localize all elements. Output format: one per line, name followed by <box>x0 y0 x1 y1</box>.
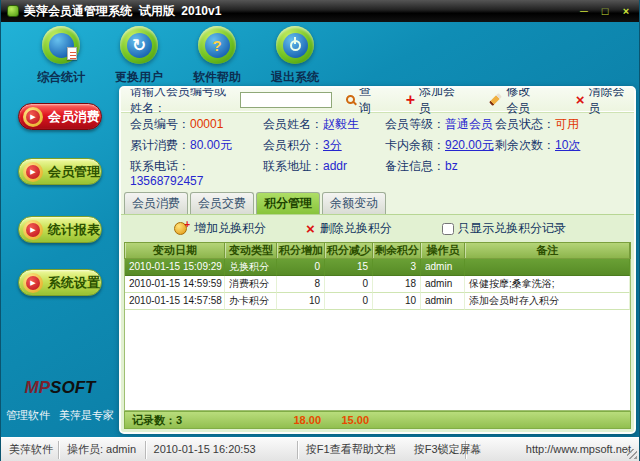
help-icon: ? <box>198 26 236 64</box>
member-balance: 卡内余额：920.00元 <box>385 138 495 153</box>
close-button[interactable]: × <box>619 4 633 18</box>
status-hints: 按F1查看帮助文档 按F3锁定屏幕 <box>298 441 466 459</box>
cross-icon: × <box>306 223 315 235</box>
toolbar-item-switch-user[interactable]: ↻ 更换用户 <box>111 26 167 86</box>
sidebar-label-consume: 会员消费 <box>48 108 100 126</box>
member-status: 会员状态：可用 <box>495 117 634 132</box>
sum-points-added: 18.00 <box>277 412 325 428</box>
col-type[interactable]: 变动类型 <box>225 243 277 258</box>
add-points-button[interactable]: 增加兑换积分 <box>174 220 266 237</box>
tab-consume[interactable]: 会员消费 <box>124 192 188 214</box>
play-badge-icon: ▶ <box>23 273 43 293</box>
mpsoft-logo: MPSOFT <box>1 378 119 398</box>
logo-soft: SOFT <box>50 378 95 397</box>
search-icon <box>346 95 355 104</box>
switch-user-icon: ↻ <box>120 26 158 64</box>
logo-mp: MP <box>25 378 51 397</box>
toolbar-item-help[interactable]: ? 软件帮助 <box>189 26 245 86</box>
status-company: 美萍软件 <box>1 441 59 459</box>
col-points-subtracted[interactable]: 积分减少 <box>325 243 373 258</box>
stats-icon <box>42 26 80 64</box>
member-note: 备注信息：bz <box>385 159 495 189</box>
filter-label: 只显示兑换积分记录 <box>458 220 566 237</box>
play-badge-icon: ▶ <box>23 107 43 127</box>
coins-plus-icon <box>174 222 189 235</box>
table-row[interactable]: 2010-01-15 14:57:58 办卡积分 10 0 10 admin 添… <box>125 293 630 310</box>
tab-points[interactable]: 积分管理 <box>256 192 320 214</box>
app-icon <box>7 5 19 17</box>
col-points-remaining[interactable]: 剩余积分 <box>373 243 421 258</box>
toolbar-item-stats[interactable]: 综合统计 <box>33 26 89 86</box>
sidebar-item-settings[interactable]: ▶ 系统设置 <box>18 269 102 296</box>
col-date[interactable]: 变动日期 <box>125 243 225 258</box>
slogan: 管理软件 美萍是专家 <box>1 408 119 423</box>
toolbar-label-switch-user: 更换用户 <box>115 69 163 86</box>
member-times: 剩余次数：10次 <box>495 138 634 153</box>
sidebar-label-members: 会员管理 <box>48 163 100 181</box>
filter-checkbox[interactable] <box>442 223 454 235</box>
question-icon: ? <box>205 33 230 58</box>
toolbar-label-help: 软件帮助 <box>193 69 241 86</box>
sidebar-label-settings: 系统设置 <box>48 274 100 292</box>
col-operator[interactable]: 操作员 <box>421 243 465 258</box>
member-points: 会员积分：3分 <box>263 138 385 153</box>
toolbar-label-stats: 综合统计 <box>37 69 85 86</box>
points-action-row: 增加兑换积分 × 删除兑换积分 只显示兑换积分记录 <box>121 215 634 242</box>
member-addr: 联系地址：addr <box>263 159 385 189</box>
toolbar: 综合统计 ↻ 更换用户 ? 软件帮助 退出系统 <box>1 26 639 86</box>
points-tab-content: 增加兑换积分 × 删除兑换积分 只显示兑换积分记录 变动日期 变动类型 积分增加… <box>121 214 634 432</box>
exit-icon <box>276 26 314 64</box>
member-info: 会员编号：00001 会员姓名：赵毅生 会员等级：普通会员 会员状态：可用 累计… <box>121 112 634 192</box>
delete-points-button[interactable]: × 删除兑换积分 <box>306 220 392 237</box>
cross-icon: × <box>576 94 585 106</box>
sidebar-item-reports[interactable]: ▶ 统计报表 <box>18 216 102 243</box>
minimize-button[interactable]: ─ <box>577 4 591 18</box>
refresh-icon: ↻ <box>127 33 152 58</box>
status-bar: 美萍软件 操作员: admin 2010-01-15 16:20:53 按F1查… <box>1 437 639 461</box>
play-badge-icon: ▶ <box>23 220 43 240</box>
pencil-icon <box>489 93 502 106</box>
title-bar: 美萍会员通管理系统 试用版 2010v1 ─ □ × <box>1 0 639 22</box>
sidebar-item-consume[interactable]: ▶ 会员消费 <box>18 103 102 130</box>
power-icon <box>283 33 308 58</box>
maximize-button[interactable]: □ <box>598 4 612 18</box>
tab-balance[interactable]: 余额变动 <box>322 192 386 214</box>
app-window: 美萍会员通管理系统 试用版 2010v1 ─ □ × 综合统计 ↻ 更换用户 ? <box>0 0 640 461</box>
add-points-label: 增加兑换积分 <box>194 220 266 237</box>
tab-strip: 会员消费 会员交费 积分管理 余额变动 <box>121 192 634 214</box>
status-datetime: 2010-01-15 16:20:53 <box>146 441 298 459</box>
member-phone: 联系电话：13568792457 <box>130 159 263 189</box>
sum-points-subtracted: 15.00 <box>325 412 373 428</box>
document-icon <box>67 47 77 60</box>
col-remark[interactable]: 备注 <box>465 243 630 258</box>
col-points-added[interactable]: 积分增加 <box>277 243 325 258</box>
window-title: 美萍会员通管理系统 试用版 2010v1 <box>24 3 221 20</box>
status-operator: 操作员: admin <box>59 441 146 459</box>
toolbar-item-exit[interactable]: 退出系统 <box>267 26 323 86</box>
filter-exchange-records: 只显示兑换积分记录 <box>442 220 566 237</box>
status-url: http://www.mpsoft.net <box>466 441 639 459</box>
table-header: 变动日期 变动类型 积分增加 积分减少 剩余积分 操作员 备注 <box>124 242 631 259</box>
status-help-hint: 按F1查看帮助文档 <box>306 441 396 459</box>
member-name: 会员姓名：赵毅生 <box>263 117 385 132</box>
record-count: 记录数：3 <box>125 412 277 428</box>
sidebar-label-reports: 统计报表 <box>48 221 100 239</box>
sidebar: ▶ 会员消费 ▶ 会员管理 ▶ 统计报表 ▶ 系统设置 MPSOFT 管理软件 … <box>1 86 119 437</box>
toolbar-label-exit: 退出系统 <box>271 69 319 86</box>
search-input[interactable] <box>240 92 332 108</box>
table-body: 2010-01-15 15:09:29 兑换积分 0 15 3 admin 20… <box>124 259 631 411</box>
play-badge-icon: ▶ <box>23 162 43 182</box>
table-footer: 记录数：3 18.00 15.00 <box>124 411 631 429</box>
table-row[interactable]: 2010-01-15 15:09:29 兑换积分 0 15 3 admin <box>125 259 630 276</box>
member-spend: 累计消费：80.00元 <box>130 138 263 153</box>
table-row[interactable]: 2010-01-15 14:59:59 消费积分 8 0 18 admin 保健… <box>125 276 630 293</box>
search-bar: 请输入会员编号或姓名： 查询 + 添加会员 修改会员 × 清除会员 <box>121 88 634 112</box>
plus-icon: + <box>406 94 415 106</box>
window-controls: ─ □ × <box>577 4 633 18</box>
sidebar-item-members[interactable]: ▶ 会员管理 <box>18 158 102 185</box>
resize-grip[interactable] <box>627 449 637 459</box>
member-grade: 会员等级：普通会员 <box>385 117 495 132</box>
tab-payment[interactable]: 会员交费 <box>190 192 254 214</box>
member-no: 会员编号：00001 <box>130 117 263 132</box>
delete-points-label: 删除兑换积分 <box>320 220 392 237</box>
